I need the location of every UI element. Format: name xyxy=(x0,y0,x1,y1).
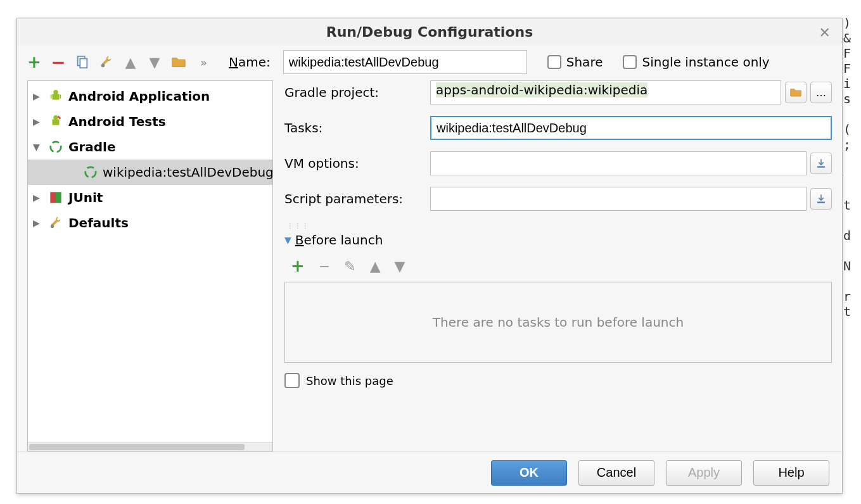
disclosure-icon: ▼ xyxy=(284,235,291,245)
dialog-content: + − ▲ ▼ » Name: Share xyxy=(17,45,842,493)
tree-h-scrollbar[interactable] xyxy=(28,442,272,451)
copy-config-icon[interactable] xyxy=(75,55,89,69)
remove-config-icon[interactable]: − xyxy=(51,55,65,69)
android-icon xyxy=(48,89,63,104)
tree-arrow-icon[interactable] xyxy=(33,117,43,127)
panel-gripper[interactable]: ⋮⋮⋮ xyxy=(284,222,832,229)
tree-arrow-icon[interactable] xyxy=(33,192,43,203)
tasks-label: Tasks: xyxy=(284,120,430,135)
config-toolbar: + − ▲ ▼ » xyxy=(27,55,210,69)
tree-item-android-application[interactable]: Android Application xyxy=(28,84,272,109)
gradle-project-browse-icon[interactable] xyxy=(785,82,807,103)
before-launch-toolbar: + − ✎ ▲ ▼ xyxy=(284,254,832,278)
apply-button[interactable]: Apply xyxy=(666,460,742,486)
svg-point-2 xyxy=(101,64,105,68)
tree-arrow-icon[interactable] xyxy=(33,218,43,228)
form-panel: Gradle project: apps-android-wikipedia:w… xyxy=(273,80,832,451)
svg-point-10 xyxy=(86,167,96,178)
gradle-project-more-icon[interactable]: … xyxy=(810,82,832,103)
script-params-input[interactable] xyxy=(430,187,807,211)
gradle-project-row: Gradle project: apps-android-wikipedia:w… xyxy=(284,80,832,104)
svg-point-8 xyxy=(53,115,58,120)
svg-rect-16 xyxy=(817,202,825,203)
share-checkbox[interactable] xyxy=(547,55,561,69)
dialog-title: Run/Debug Configurations xyxy=(326,24,533,40)
before-launch-label: Before launch xyxy=(295,232,383,248)
tree-item-wikipedia-config[interactable]: wikipedia:testAllDevDebug xyxy=(28,160,272,185)
android-tests-icon xyxy=(48,114,63,129)
add-config-icon[interactable]: + xyxy=(27,55,41,69)
run-debug-dialog: Run/Debug Configurations ✕ + − ▲ ▼ » xyxy=(16,18,843,494)
single-instance-checkbox[interactable] xyxy=(623,55,637,69)
wrench-icon xyxy=(48,215,63,230)
svg-rect-12 xyxy=(51,192,56,203)
move-up-icon[interactable]: ▲ xyxy=(124,55,137,69)
move-task-down-icon[interactable]: ▼ xyxy=(395,258,405,274)
main-area: Android Application Android Tests xyxy=(17,80,842,451)
config-tree: Android Application Android Tests xyxy=(28,81,272,442)
edit-task-icon[interactable]: ✎ xyxy=(344,258,355,274)
dialog-titlebar: Run/Debug Configurations ✕ xyxy=(17,18,842,45)
close-icon[interactable]: ✕ xyxy=(815,23,834,42)
vm-options-row: VM options: xyxy=(284,151,832,175)
svg-rect-1 xyxy=(80,59,87,68)
vm-options-label: VM options: xyxy=(284,156,430,171)
tree-label: Defaults xyxy=(68,215,129,230)
svg-point-4 xyxy=(53,90,58,94)
dialog-button-bar: OK Cancel Apply Help xyxy=(17,451,842,493)
junit-icon xyxy=(48,190,63,205)
tree-item-gradle[interactable]: Gradle xyxy=(28,134,272,160)
vm-options-input[interactable] xyxy=(430,151,807,175)
tree-item-junit[interactable]: JUnit xyxy=(28,185,272,210)
gradle-icon xyxy=(84,165,98,180)
tree-label: Gradle xyxy=(68,139,116,154)
svg-rect-15 xyxy=(817,167,825,168)
expand-icon[interactable]: » xyxy=(196,55,210,69)
help-button[interactable]: Help xyxy=(753,460,829,486)
scrollbar-thumb[interactable] xyxy=(29,444,245,450)
folder-icon[interactable] xyxy=(172,55,186,69)
cancel-button[interactable]: Cancel xyxy=(578,460,654,486)
before-launch-list: There are no tasks to run before launch xyxy=(284,282,832,363)
svg-rect-7 xyxy=(53,119,60,125)
tree-arrow-icon[interactable] xyxy=(33,142,43,152)
tree-label: Android Tests xyxy=(68,114,166,129)
svg-rect-13 xyxy=(56,192,61,203)
svg-point-9 xyxy=(51,142,61,153)
share-checkbox-group: Share xyxy=(547,54,603,70)
config-tree-panel: Android Application Android Tests xyxy=(27,80,273,451)
ok-button[interactable]: OK xyxy=(491,460,567,486)
tree-arrow-icon[interactable] xyxy=(33,91,43,101)
add-task-icon[interactable]: + xyxy=(291,256,305,275)
move-down-icon[interactable]: ▼ xyxy=(148,55,162,69)
before-launch-empty-text: There are no tasks to run before launch xyxy=(433,315,684,330)
script-params-label: Script parameters: xyxy=(284,191,430,206)
show-page-label: Show this page xyxy=(306,374,393,387)
name-input[interactable] xyxy=(283,50,527,74)
move-task-up-icon[interactable]: ▲ xyxy=(370,258,381,274)
tree-label: wikipedia:testAllDevDebug xyxy=(103,165,272,180)
tree-item-android-tests[interactable]: Android Tests xyxy=(28,109,272,134)
gradle-project-label: Gradle project: xyxy=(284,85,430,100)
before-launch-header[interactable]: ▼ Before launch xyxy=(284,232,832,248)
show-page-checkbox[interactable] xyxy=(284,373,300,388)
toolbar-row: + − ▲ ▼ » Name: Share xyxy=(17,45,842,80)
gradle-icon xyxy=(48,139,63,154)
tasks-input[interactable] xyxy=(430,116,832,140)
tasks-row: Tasks: xyxy=(284,116,832,140)
edit-defaults-icon[interactable] xyxy=(99,55,113,69)
show-page-row: Show this page xyxy=(284,373,832,388)
svg-point-14 xyxy=(51,225,54,229)
script-params-expand-icon[interactable] xyxy=(810,188,832,210)
svg-rect-3 xyxy=(53,94,60,99)
tree-item-defaults[interactable]: Defaults xyxy=(28,210,272,236)
vm-options-expand-icon[interactable] xyxy=(810,153,832,174)
share-label: Share xyxy=(566,54,603,70)
single-instance-label: Single instance only xyxy=(642,54,769,70)
remove-task-icon[interactable]: − xyxy=(319,258,330,274)
single-instance-group: Single instance only xyxy=(623,54,769,70)
gradle-project-field[interactable]: apps-android-wikipedia:wikipedia xyxy=(430,80,781,104)
tree-label: JUnit xyxy=(68,190,103,205)
tree-label: Android Application xyxy=(68,89,210,104)
name-label: Name: xyxy=(229,54,271,70)
